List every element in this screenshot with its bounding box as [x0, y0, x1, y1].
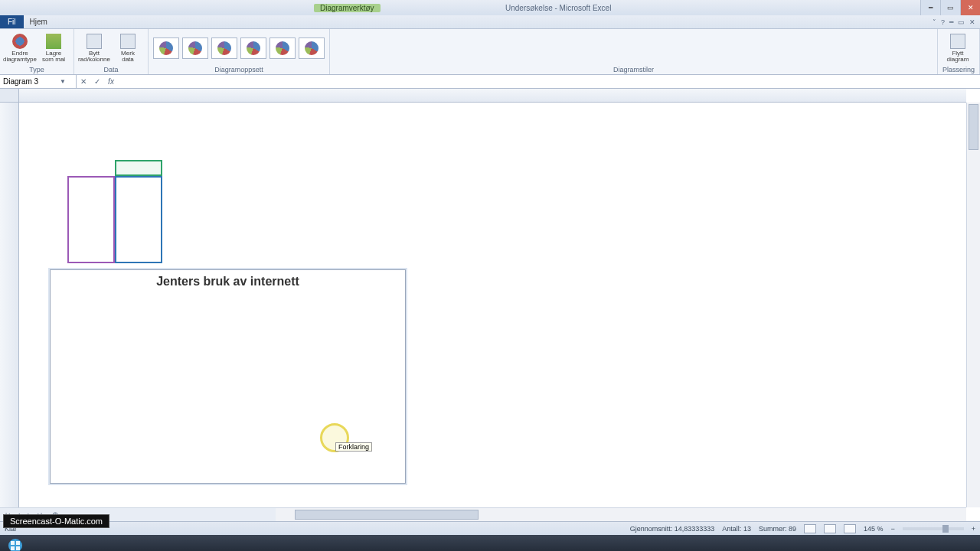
move-chart-icon — [950, 34, 965, 49]
chart-layout-thumb[interactable] — [182, 37, 208, 59]
save-as-template-button[interactable]: Lagresom mal — [38, 31, 69, 65]
ribbon: Endrediagramtype Lagresom mal Type Byttr… — [0, 29, 980, 75]
name-box-dropdown-icon[interactable]: ▼ — [57, 78, 69, 85]
status-sum: Summer: 89 — [759, 525, 796, 533]
status-count: Antall: 13 — [722, 525, 751, 533]
document-title: Undersøkelse - Microsoft Excel — [505, 4, 611, 12]
doc-restore-icon[interactable]: ▭ — [958, 18, 965, 26]
chart-style-gallery[interactable] — [335, 31, 933, 65]
select-all-cell[interactable] — [0, 89, 19, 103]
svg-rect-2 — [16, 541, 20, 545]
range-highlight-values — [115, 176, 162, 263]
windows-logo-icon — [8, 538, 23, 551]
svg-rect-4 — [16, 546, 20, 550]
svg-rect-1 — [11, 541, 15, 545]
close-button[interactable] — [960, 0, 980, 15]
column-headers[interactable] — [19, 89, 966, 103]
zoom-out-icon[interactable]: − — [890, 525, 894, 533]
chart-layout-thumb[interactable] — [211, 37, 237, 59]
zoom-slider-thumb[interactable] — [942, 525, 949, 533]
view-normal-button[interactable] — [804, 524, 816, 533]
enter-formula-icon[interactable]: ✓ — [90, 77, 104, 86]
move-chart-button[interactable]: Flyttdiagram — [942, 31, 973, 65]
template-icon — [46, 34, 61, 49]
cancel-formula-icon[interactable]: ✕ — [77, 77, 90, 86]
change-chart-type-button[interactable]: Endrediagramtype — [5, 31, 35, 65]
help-icon[interactable]: ? — [941, 18, 945, 26]
file-tab[interactable]: Fil — [0, 15, 24, 28]
view-page-break-button[interactable] — [844, 524, 856, 533]
ribbon-tab-hjem[interactable]: Hjem — [24, 15, 54, 28]
chart-title[interactable]: Jenters bruk av internett — [51, 270, 405, 289]
vertical-scroll-thumb[interactable] — [969, 104, 978, 150]
watermark: Screencast-O-Matic.com — [3, 514, 109, 528]
svg-rect-3 — [11, 546, 15, 550]
chart-layout-gallery[interactable] — [153, 31, 325, 65]
select-data-button[interactable]: Merkdata — [113, 31, 143, 65]
start-button[interactable] — [0, 535, 31, 551]
chart-legend[interactable] — [250, 373, 405, 388]
select-data-icon — [120, 34, 136, 49]
legend-tooltip: Forklaring — [335, 442, 372, 452]
windows-taskbar — [0, 535, 980, 551]
maximize-button[interactable] — [940, 0, 960, 15]
ribbon-group-data-label: Data — [79, 65, 143, 74]
status-average: Gjennomsnitt: 14,83333333 — [630, 525, 715, 533]
formula-bar-row: ▼ ✕ ✓ fx — [0, 75, 980, 89]
range-highlight-labels — [67, 176, 115, 263]
ribbon-tabs: Fil Hjem ˅ ? ━ ▭ ✕ — [0, 15, 980, 29]
chart-type-icon — [12, 34, 28, 49]
switch-row-column-button[interactable]: Byttrad/kolonne — [79, 31, 109, 65]
zoom-in-icon[interactable]: + — [972, 525, 975, 533]
minimize-button[interactable] — [920, 0, 940, 15]
zoom-level[interactable]: 145 % — [864, 525, 884, 533]
ribbon-group-location-label: Plassering — [942, 65, 975, 74]
pie-plot-area[interactable] — [74, 304, 227, 457]
fx-icon[interactable]: fx — [104, 77, 118, 86]
row-headers[interactable] — [0, 103, 19, 507]
status-bar: Klar Gjennomsnitt: 14,83333333 Antall: 1… — [0, 521, 980, 535]
chart-layout-thumb[interactable] — [240, 37, 266, 59]
swap-icon — [87, 34, 102, 49]
horizontal-scroll-thumb[interactable] — [295, 510, 479, 520]
ribbon-minimize-icon[interactable]: ˅ — [933, 18, 936, 26]
name-box-input[interactable] — [3, 77, 57, 86]
range-highlight-title — [115, 160, 162, 176]
ribbon-group-styles-label: Diagramstiler — [335, 65, 933, 74]
svg-point-0 — [8, 539, 22, 551]
ribbon-group-type-label: Type — [5, 65, 69, 74]
view-page-layout-button[interactable] — [824, 524, 836, 533]
window-controls — [920, 0, 980, 15]
doc-minimize-icon[interactable]: ━ — [949, 18, 953, 26]
chart-layout-thumb[interactable] — [153, 37, 179, 59]
name-box[interactable]: ▼ — [0, 75, 77, 88]
chart-layout-thumb[interactable] — [299, 37, 325, 59]
zoom-slider[interactable] — [903, 527, 964, 530]
formula-input[interactable] — [118, 77, 980, 86]
title-bar: Diagramverktøy Undersøkelse - Microsoft … — [0, 0, 980, 15]
worksheet-grid[interactable]: Jenters bruk av internett Forklaring |◂ … — [0, 89, 980, 521]
embedded-pie-chart[interactable]: Jenters bruk av internett Forklaring — [50, 269, 406, 484]
chart-tools-label: Diagramverktøy — [314, 4, 381, 12]
vertical-scrollbar[interactable] — [966, 103, 980, 507]
ribbon-group-layouts-label: Diagramoppsett — [153, 65, 325, 74]
chart-layout-thumb[interactable] — [270, 37, 296, 59]
doc-close-icon[interactable]: ✕ — [969, 18, 975, 26]
